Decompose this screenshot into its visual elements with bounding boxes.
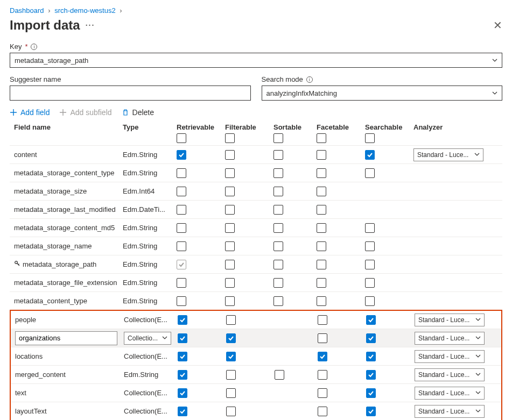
checkbox[interactable] <box>273 168 283 178</box>
checkbox[interactable] <box>273 296 283 306</box>
checkbox[interactable] <box>318 352 327 361</box>
type-dropdown[interactable]: Collectio... <box>124 332 171 345</box>
checkbox[interactable] <box>225 223 235 233</box>
checkbox[interactable] <box>273 278 283 288</box>
checkbox[interactable] <box>365 278 375 288</box>
table-row[interactable]: metadata_storage_pathEdm.String <box>10 255 502 274</box>
checkbox[interactable] <box>225 150 235 160</box>
checkbox[interactable] <box>226 370 236 380</box>
checkbox[interactable] <box>317 187 326 196</box>
checkbox[interactable] <box>365 241 375 251</box>
analyzer-dropdown[interactable]: Standard - Luce... <box>415 368 485 381</box>
header-checkbox-sortable[interactable] <box>273 133 283 143</box>
table-row[interactable]: contentEdm.StringStandard - Luce... <box>10 146 502 164</box>
key-dropdown[interactable]: metadata_storage_path <box>10 53 502 68</box>
analyzer-dropdown[interactable]: Standard - Luce... <box>415 405 485 418</box>
breadcrumb-resource[interactable]: srch-demo-westus2 <box>54 6 115 15</box>
checkbox[interactable] <box>318 370 327 380</box>
checkbox[interactable] <box>178 370 187 380</box>
table-row[interactable]: peopleCollection(E...Standard - Luce... <box>11 311 501 329</box>
checkbox[interactable] <box>177 296 186 306</box>
checkbox[interactable] <box>225 205 235 215</box>
checkbox[interactable] <box>317 260 326 269</box>
checkbox[interactable] <box>177 223 186 233</box>
checkbox[interactable] <box>177 168 186 178</box>
checkbox[interactable] <box>178 352 187 361</box>
checkbox[interactable] <box>365 223 375 233</box>
checkbox[interactable] <box>273 223 283 233</box>
checkbox[interactable] <box>317 296 326 306</box>
checkbox[interactable] <box>317 278 326 288</box>
checkbox[interactable] <box>365 150 375 160</box>
checkbox[interactable] <box>275 370 284 380</box>
checkbox[interactable] <box>365 260 375 269</box>
checkbox[interactable] <box>365 296 375 306</box>
table-row[interactable]: metadata_storage_nameEdm.String <box>10 237 502 255</box>
analyzer-dropdown[interactable]: Standard - Luce... <box>415 314 485 326</box>
checkbox[interactable] <box>178 388 187 398</box>
header-checkbox-searchable[interactable] <box>365 133 375 143</box>
checkbox[interactable] <box>317 150 326 160</box>
checkbox[interactable] <box>177 241 186 251</box>
breadcrumb-dashboard[interactable]: Dashboard <box>10 6 44 15</box>
checkbox[interactable] <box>226 352 236 361</box>
suggester-input[interactable] <box>10 86 251 101</box>
table-row[interactable]: metadata_storage_file_extensionEdm.Strin… <box>10 274 502 292</box>
delete-button[interactable]: Delete <box>122 108 154 117</box>
checkbox[interactable] <box>317 205 326 215</box>
checkbox[interactable] <box>178 407 187 416</box>
table-row[interactable]: metadata_storage_sizeEdm.Int64 <box>10 182 502 201</box>
checkbox[interactable] <box>177 187 186 196</box>
table-row[interactable]: metadata_content_typeEdm.String <box>10 292 502 310</box>
checkbox[interactable] <box>318 407 327 416</box>
checkbox[interactable] <box>225 168 235 178</box>
table-row[interactable]: Collectio...Standard - Luce... <box>11 329 501 347</box>
checkbox[interactable] <box>366 352 376 361</box>
checkbox[interactable] <box>177 205 186 215</box>
table-row[interactable]: textCollection(E...Standard - Luce... <box>11 384 501 402</box>
close-icon[interactable]: ✕ <box>493 19 502 32</box>
header-checkbox-retrievable[interactable] <box>177 133 186 143</box>
checkbox[interactable] <box>225 241 235 251</box>
checkbox[interactable] <box>318 388 327 398</box>
checkbox[interactable] <box>225 260 235 269</box>
table-row[interactable]: layoutTextCollection(E...Standard - Luce… <box>11 402 501 420</box>
checkbox[interactable] <box>273 241 283 251</box>
analyzer-dropdown[interactable]: Standard - Luce... <box>415 350 485 363</box>
checkbox[interactable] <box>178 333 187 343</box>
analyzer-dropdown[interactable]: Standard - Luce... <box>413 148 483 161</box>
checkbox[interactable] <box>177 150 186 160</box>
table-row[interactable]: metadata_storage_content_typeEdm.String <box>10 164 502 182</box>
checkbox[interactable] <box>366 388 376 398</box>
checkbox[interactable] <box>177 278 186 288</box>
checkbox[interactable] <box>225 187 235 196</box>
checkbox[interactable] <box>366 407 376 416</box>
analyzer-dropdown[interactable]: Standard - Luce... <box>415 387 485 400</box>
checkbox[interactable] <box>318 333 327 343</box>
field-name-input[interactable] <box>15 331 117 345</box>
checkbox[interactable] <box>273 205 283 215</box>
table-row[interactable]: locationsCollection(E...Standard - Luce.… <box>11 347 501 366</box>
checkbox[interactable] <box>226 407 236 416</box>
checkbox[interactable] <box>317 223 326 233</box>
checkbox[interactable] <box>178 315 187 325</box>
checkbox[interactable] <box>318 315 327 325</box>
checkbox[interactable] <box>366 370 376 380</box>
checkbox[interactable] <box>317 168 326 178</box>
checkbox[interactable] <box>317 241 326 251</box>
analyzer-dropdown[interactable]: Standard - Luce... <box>415 332 485 345</box>
checkbox[interactable] <box>273 260 283 269</box>
checkbox[interactable] <box>366 333 376 343</box>
add-field-button[interactable]: Add field <box>10 108 50 117</box>
checkbox[interactable] <box>273 150 283 160</box>
table-row[interactable]: metadata_storage_content_md5Edm.String <box>10 219 502 237</box>
checkbox[interactable] <box>225 296 235 306</box>
checkbox[interactable] <box>225 278 235 288</box>
checkbox[interactable] <box>273 187 283 196</box>
searchmode-dropdown[interactable]: analyzingInfixMatching <box>262 86 503 101</box>
checkbox[interactable] <box>366 315 376 325</box>
table-row[interactable]: merged_contentEdm.StringStandard - Luce.… <box>11 366 501 384</box>
checkbox[interactable] <box>226 333 236 343</box>
header-checkbox-facetable[interactable] <box>317 133 326 143</box>
header-checkbox-filterable[interactable] <box>225 133 235 143</box>
